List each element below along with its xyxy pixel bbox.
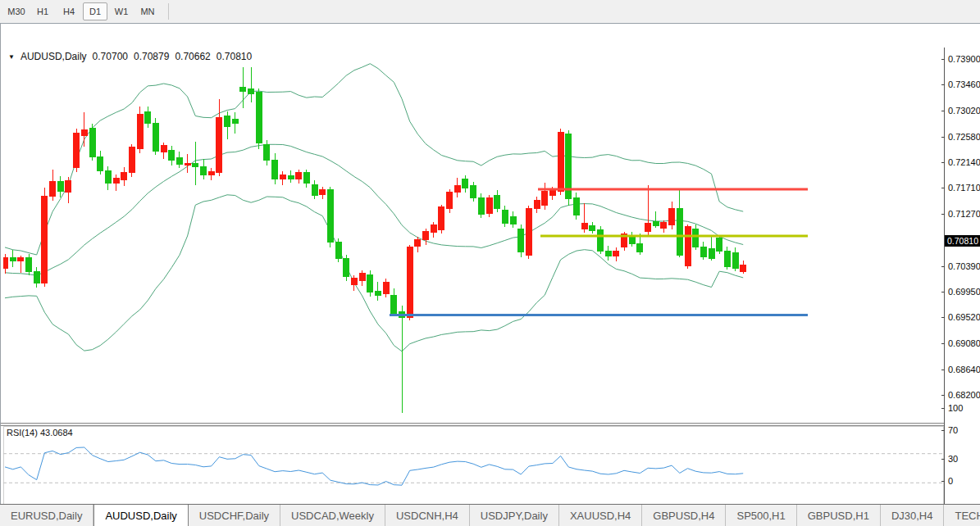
candle bbox=[312, 180, 317, 200]
rsi-axis-label: 70 bbox=[948, 425, 958, 435]
candle bbox=[574, 193, 580, 220]
axis-tick bbox=[941, 370, 945, 370]
candle bbox=[89, 124, 95, 161]
ohlc-low: 0.70662 bbox=[175, 51, 210, 62]
price-axis-label: 0.72580 bbox=[948, 132, 980, 142]
axis-tick bbox=[941, 459, 945, 460]
tab-gbpusd-h4[interactable]: GBPUSD,H4 bbox=[642, 505, 726, 526]
candle bbox=[622, 232, 627, 251]
candle bbox=[327, 187, 333, 248]
axis-tick bbox=[941, 84, 945, 85]
tab-tech100-h1[interactable]: TECH100,H1 bbox=[944, 505, 980, 526]
candle bbox=[502, 206, 508, 226]
candle bbox=[399, 306, 405, 413]
candle bbox=[581, 203, 587, 233]
tab-gbpusd-h1[interactable]: GBPUSD,H1 bbox=[797, 505, 881, 526]
candle bbox=[598, 226, 604, 254]
tab-usdchf-daily[interactable]: USDCHF,Daily bbox=[189, 505, 280, 526]
price-axis-label: 0.72140 bbox=[948, 157, 980, 167]
chevron-down-icon[interactable]: ▼ bbox=[8, 53, 15, 61]
timeframe-button-h1[interactable]: H1 bbox=[30, 2, 55, 20]
price-chart[interactable] bbox=[3, 48, 944, 424]
candle bbox=[34, 267, 39, 288]
ohlc-open: 0.70700 bbox=[93, 51, 128, 62]
rsi-indicator-label: RSI(14) 43.0684 bbox=[7, 428, 73, 438]
candle bbox=[256, 88, 262, 149]
candle bbox=[510, 211, 516, 228]
candle bbox=[3, 254, 8, 274]
candle bbox=[193, 142, 198, 185]
tab-xauusd-h4[interactable]: XAUUSD,H4 bbox=[559, 505, 642, 526]
candle bbox=[653, 211, 659, 228]
candle bbox=[383, 279, 389, 297]
candle bbox=[542, 183, 548, 210]
candle bbox=[177, 152, 183, 168]
candle bbox=[439, 205, 444, 234]
candle bbox=[732, 247, 738, 271]
candle bbox=[590, 222, 595, 234]
price-axis-label: 0.73020 bbox=[948, 106, 980, 116]
axis-tick bbox=[941, 481, 945, 482]
candle bbox=[344, 255, 349, 281]
price-axis-label: 0.69520 bbox=[948, 312, 980, 322]
candle bbox=[185, 154, 190, 173]
axis-tick bbox=[941, 292, 945, 292]
timeframe-button-h4[interactable]: H4 bbox=[57, 2, 81, 20]
timeframe-button-m30[interactable]: M30 bbox=[4, 2, 29, 20]
candle bbox=[74, 129, 80, 172]
candle bbox=[478, 193, 484, 218]
axis-tick bbox=[941, 111, 945, 111]
candle bbox=[10, 250, 16, 266]
candle bbox=[407, 245, 413, 320]
tab-eurusd-daily[interactable]: EURUSD,Daily bbox=[0, 505, 93, 526]
candle bbox=[613, 247, 619, 261]
candle bbox=[566, 130, 572, 206]
candle bbox=[105, 166, 111, 190]
timeframe-button-mn[interactable]: MN bbox=[135, 2, 160, 20]
tab-sp500-h1[interactable]: SP500,H1 bbox=[726, 505, 796, 526]
axis-tick bbox=[941, 395, 945, 396]
price-axis-label: 0.73900 bbox=[948, 54, 980, 64]
price-axis-label: 0.73460 bbox=[948, 79, 980, 89]
candle bbox=[121, 167, 127, 185]
candle bbox=[50, 170, 56, 201]
candle bbox=[66, 177, 71, 203]
price-axis-label: 0.71710 bbox=[948, 183, 980, 193]
candle bbox=[685, 224, 691, 269]
chart-tab-bar: EURUSD,DailyAUDUSD,DailyUSDCHF,DailyUSDC… bbox=[0, 504, 980, 526]
candle bbox=[605, 246, 611, 260]
axis-tick bbox=[941, 408, 945, 409]
candle bbox=[359, 270, 365, 286]
tab-usdcad-weekly[interactable]: USDCAD,Weekly bbox=[280, 505, 385, 526]
candle bbox=[303, 170, 309, 188]
current-price-tag: 0.70810 bbox=[945, 235, 980, 247]
candle bbox=[42, 188, 48, 287]
candle bbox=[661, 220, 667, 232]
candle bbox=[724, 247, 730, 270]
candle bbox=[208, 168, 214, 179]
timeframe-button-w1[interactable]: W1 bbox=[109, 2, 134, 20]
tab-usdcnh-h4[interactable]: USDCNH,H4 bbox=[385, 505, 470, 526]
axis-tick bbox=[941, 162, 945, 163]
candle bbox=[677, 189, 682, 257]
tab-usdjpy-daily[interactable]: USDJPY,Daily bbox=[470, 505, 559, 526]
tab-dj30-h4[interactable]: DJ30,H4 bbox=[881, 505, 945, 526]
tab-audusd-daily[interactable]: AUDUSD,Daily bbox=[93, 505, 188, 526]
timeframe-toolbar: M30H1H4D1W1MN bbox=[0, 0, 980, 24]
candle bbox=[296, 170, 302, 184]
axis-tick bbox=[941, 137, 945, 138]
candle bbox=[98, 151, 103, 175]
candle bbox=[526, 206, 531, 259]
candle bbox=[272, 153, 278, 184]
candle bbox=[558, 129, 563, 195]
candle bbox=[280, 171, 285, 185]
candle bbox=[447, 189, 453, 213]
ohlc-close: 0.70810 bbox=[217, 51, 252, 62]
timeframe-button-d1[interactable]: D1 bbox=[83, 2, 107, 20]
rsi-axis-label: 100 bbox=[948, 403, 963, 413]
candle bbox=[145, 107, 151, 128]
candle bbox=[391, 288, 397, 315]
rsi-chart[interactable] bbox=[3, 426, 944, 512]
price-axis-separator bbox=[944, 48, 945, 526]
candle bbox=[486, 195, 492, 217]
